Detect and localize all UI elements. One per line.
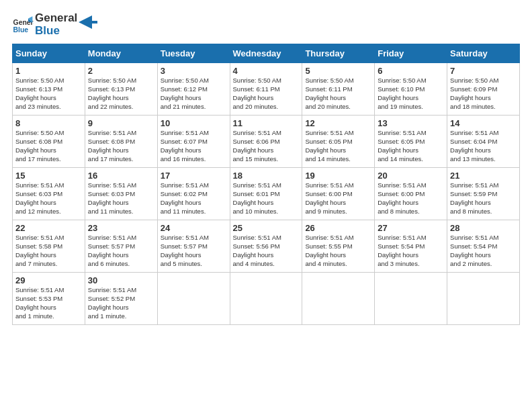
svg-marker-4 bbox=[79, 15, 97, 29]
day-info: Sunrise: 5:51 AM Sunset: 6:06 PM Dayligh… bbox=[233, 129, 300, 163]
calendar-cell bbox=[302, 273, 375, 325]
day-info: Sunrise: 5:51 AM Sunset: 6:03 PM Dayligh… bbox=[88, 181, 154, 216]
day-info: Sunrise: 5:51 AM Sunset: 6:08 PM Dayligh… bbox=[88, 129, 154, 163]
day-number: 8 bbox=[15, 118, 82, 128]
calendar-cell: 26 Sunrise: 5:51 AM Sunset: 5:55 PM Dayl… bbox=[302, 220, 375, 273]
day-number: 2 bbox=[88, 66, 154, 76]
week-row-3: 15 Sunrise: 5:51 AM Sunset: 6:03 PM Dayl… bbox=[13, 168, 520, 220]
calendar-cell: 16 Sunrise: 5:51 AM Sunset: 6:03 PM Dayl… bbox=[85, 168, 157, 220]
col-wednesday: Wednesday bbox=[230, 44, 302, 63]
calendar-cell: 22 Sunrise: 5:51 AM Sunset: 5:58 PM Dayl… bbox=[13, 220, 85, 273]
day-number: 29 bbox=[15, 275, 82, 285]
calendar-cell: 5 Sunrise: 5:50 AM Sunset: 6:11 PM Dayli… bbox=[302, 63, 375, 116]
day-number: 6 bbox=[378, 66, 444, 76]
week-row-4: 22 Sunrise: 5:51 AM Sunset: 5:58 PM Dayl… bbox=[13, 220, 520, 273]
day-number: 10 bbox=[161, 118, 227, 128]
col-thursday: Thursday bbox=[302, 44, 375, 63]
day-number: 4 bbox=[233, 66, 300, 76]
calendar-cell: 9 Sunrise: 5:51 AM Sunset: 6:08 PM Dayli… bbox=[85, 116, 157, 168]
day-number: 30 bbox=[88, 275, 154, 285]
logo-text-general: General bbox=[35, 12, 77, 25]
col-monday: Monday bbox=[85, 44, 157, 63]
day-info: Sunrise: 5:51 AM Sunset: 6:05 PM Dayligh… bbox=[305, 129, 371, 163]
calendar-cell: 28 Sunrise: 5:51 AM Sunset: 5:54 PM Dayl… bbox=[447, 220, 520, 273]
day-info: Sunrise: 5:51 AM Sunset: 5:56 PM Dayligh… bbox=[233, 234, 300, 268]
calendar-cell: 13 Sunrise: 5:51 AM Sunset: 6:05 PM Dayl… bbox=[375, 116, 447, 168]
day-number: 22 bbox=[15, 223, 82, 233]
page-container: General Blue General Blue Sunday Monday … bbox=[0, 0, 532, 332]
calendar-cell bbox=[375, 273, 447, 325]
calendar-cell: 19 Sunrise: 5:51 AM Sunset: 6:00 PM Dayl… bbox=[302, 168, 375, 220]
day-number: 21 bbox=[450, 171, 517, 181]
col-friday: Friday bbox=[375, 44, 447, 63]
day-number: 20 bbox=[378, 171, 444, 181]
col-saturday: Saturday bbox=[447, 44, 520, 63]
calendar-cell: 27 Sunrise: 5:51 AM Sunset: 5:54 PM Dayl… bbox=[375, 220, 447, 273]
calendar-cell: 29 Sunrise: 5:51 AM Sunset: 5:53 PM Dayl… bbox=[13, 273, 85, 325]
calendar-cell: 14 Sunrise: 5:51 AM Sunset: 6:04 PM Dayl… bbox=[447, 116, 520, 168]
calendar-cell: 6 Sunrise: 5:50 AM Sunset: 6:10 PM Dayli… bbox=[375, 63, 447, 116]
day-number: 14 bbox=[450, 118, 517, 128]
calendar-cell: 3 Sunrise: 5:50 AM Sunset: 6:12 PM Dayli… bbox=[157, 63, 230, 116]
day-number: 26 bbox=[305, 223, 371, 233]
header-row: Sunday Monday Tuesday Wednesday Thursday… bbox=[13, 44, 520, 63]
day-info: Sunrise: 5:51 AM Sunset: 5:57 PM Dayligh… bbox=[161, 234, 227, 268]
day-info: Sunrise: 5:51 AM Sunset: 6:03 PM Dayligh… bbox=[15, 181, 82, 216]
day-info: Sunrise: 5:51 AM Sunset: 5:53 PM Dayligh… bbox=[15, 286, 82, 320]
day-info: Sunrise: 5:51 AM Sunset: 6:00 PM Dayligh… bbox=[305, 181, 371, 216]
day-info: Sunrise: 5:50 AM Sunset: 6:09 PM Dayligh… bbox=[450, 77, 517, 111]
day-info: Sunrise: 5:51 AM Sunset: 5:58 PM Dayligh… bbox=[15, 234, 82, 268]
day-info: Sunrise: 5:51 AM Sunset: 6:01 PM Dayligh… bbox=[233, 181, 300, 216]
day-info: Sunrise: 5:50 AM Sunset: 6:12 PM Dayligh… bbox=[161, 77, 227, 111]
week-row-1: 1 Sunrise: 5:50 AM Sunset: 6:13 PM Dayli… bbox=[13, 63, 520, 116]
calendar-cell: 1 Sunrise: 5:50 AM Sunset: 6:13 PM Dayli… bbox=[13, 63, 85, 116]
day-info: Sunrise: 5:51 AM Sunset: 5:54 PM Dayligh… bbox=[450, 234, 517, 268]
day-info: Sunrise: 5:51 AM Sunset: 6:02 PM Dayligh… bbox=[161, 181, 227, 216]
day-number: 3 bbox=[161, 66, 227, 76]
day-info: Sunrise: 5:51 AM Sunset: 5:54 PM Dayligh… bbox=[378, 234, 444, 268]
day-info: Sunrise: 5:51 AM Sunset: 5:57 PM Dayligh… bbox=[88, 234, 154, 268]
day-info: Sunrise: 5:51 AM Sunset: 6:04 PM Dayligh… bbox=[450, 129, 517, 163]
day-number: 17 bbox=[161, 171, 227, 181]
calendar-cell: 10 Sunrise: 5:51 AM Sunset: 6:07 PM Dayl… bbox=[157, 116, 230, 168]
calendar-table: Sunday Monday Tuesday Wednesday Thursday… bbox=[12, 44, 520, 325]
day-number: 15 bbox=[15, 171, 82, 181]
day-info: Sunrise: 5:51 AM Sunset: 6:05 PM Dayligh… bbox=[378, 129, 444, 163]
calendar-cell bbox=[157, 273, 230, 325]
calendar-cell: 12 Sunrise: 5:51 AM Sunset: 6:05 PM Dayl… bbox=[302, 116, 375, 168]
day-number: 25 bbox=[233, 223, 300, 233]
day-info: Sunrise: 5:51 AM Sunset: 6:07 PM Dayligh… bbox=[161, 129, 227, 163]
day-info: Sunrise: 5:50 AM Sunset: 6:13 PM Dayligh… bbox=[88, 77, 154, 111]
calendar-cell: 7 Sunrise: 5:50 AM Sunset: 6:09 PM Dayli… bbox=[447, 63, 520, 116]
calendar-cell: 23 Sunrise: 5:51 AM Sunset: 5:57 PM Dayl… bbox=[85, 220, 157, 273]
day-number: 13 bbox=[378, 118, 444, 128]
day-info: Sunrise: 5:51 AM Sunset: 6:00 PM Dayligh… bbox=[378, 181, 444, 216]
day-info: Sunrise: 5:50 AM Sunset: 6:10 PM Dayligh… bbox=[378, 77, 444, 111]
day-info: Sunrise: 5:50 AM Sunset: 6:11 PM Dayligh… bbox=[305, 77, 371, 111]
calendar-cell: 24 Sunrise: 5:51 AM Sunset: 5:57 PM Dayl… bbox=[157, 220, 230, 273]
day-number: 27 bbox=[378, 223, 444, 233]
col-sunday: Sunday bbox=[13, 44, 85, 63]
day-number: 7 bbox=[450, 66, 517, 76]
day-number: 11 bbox=[233, 118, 300, 128]
calendar-cell: 17 Sunrise: 5:51 AM Sunset: 6:02 PM Dayl… bbox=[157, 168, 230, 220]
header: General Blue General Blue bbox=[12, 12, 520, 37]
calendar-cell: 25 Sunrise: 5:51 AM Sunset: 5:56 PM Dayl… bbox=[230, 220, 302, 273]
logo-icon: General Blue bbox=[12, 14, 34, 36]
svg-text:Blue: Blue bbox=[13, 26, 29, 34]
logo-arrow-icon bbox=[79, 15, 97, 29]
day-number: 24 bbox=[161, 223, 227, 233]
calendar-cell: 4 Sunrise: 5:50 AM Sunset: 6:11 PM Dayli… bbox=[230, 63, 302, 116]
calendar-cell: 15 Sunrise: 5:51 AM Sunset: 6:03 PM Dayl… bbox=[13, 168, 85, 220]
calendar-cell bbox=[447, 273, 520, 325]
day-number: 12 bbox=[305, 118, 371, 128]
day-number: 23 bbox=[88, 223, 154, 233]
week-row-5: 29 Sunrise: 5:51 AM Sunset: 5:53 PM Dayl… bbox=[13, 273, 520, 325]
calendar-cell: 11 Sunrise: 5:51 AM Sunset: 6:06 PM Dayl… bbox=[230, 116, 302, 168]
day-info: Sunrise: 5:51 AM Sunset: 5:52 PM Dayligh… bbox=[88, 286, 154, 320]
day-info: Sunrise: 5:50 AM Sunset: 6:08 PM Dayligh… bbox=[15, 129, 82, 163]
logo: General Blue General Blue bbox=[12, 12, 97, 37]
day-number: 19 bbox=[305, 171, 371, 181]
calendar-cell: 30 Sunrise: 5:51 AM Sunset: 5:52 PM Dayl… bbox=[85, 273, 157, 325]
day-number: 28 bbox=[450, 223, 517, 233]
